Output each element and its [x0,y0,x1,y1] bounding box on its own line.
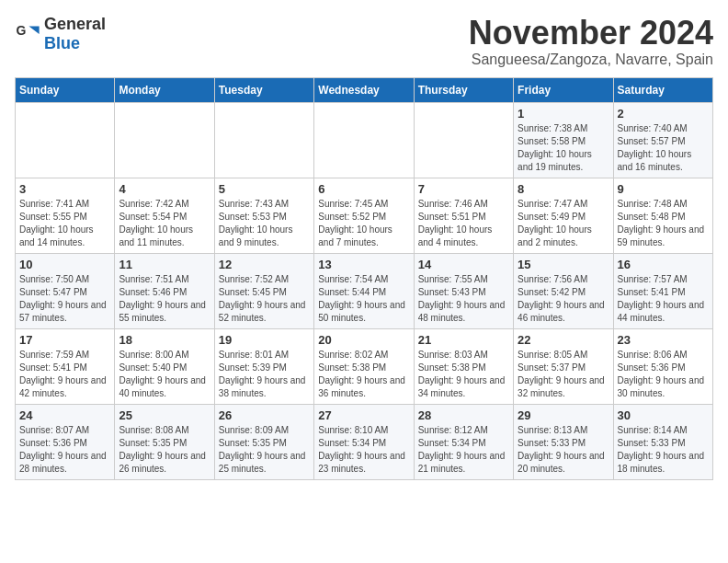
day-info: Sunrise: 7:43 AM Sunset: 5:53 PM Dayligh… [219,198,310,249]
week-row-4: 17Sunrise: 7:59 AM Sunset: 5:41 PM Dayli… [16,328,713,404]
day-number: 2 [618,107,709,121]
day-header-friday: Friday [514,77,613,102]
day-number: 22 [518,333,609,347]
day-number: 20 [318,333,409,347]
day-number: 14 [418,258,509,271]
calendar-cell: 2Sunrise: 7:40 AM Sunset: 5:57 PM Daylig… [613,102,712,178]
calendar-cell: 28Sunrise: 8:12 AM Sunset: 5:34 PM Dayli… [414,404,513,479]
day-info: Sunrise: 8:01 AM Sunset: 5:39 PM Dayligh… [219,349,310,400]
calendar-cell [115,102,214,178]
day-number: 26 [219,408,310,422]
day-number: 24 [19,408,110,422]
calendar-cell: 24Sunrise: 8:07 AM Sunset: 5:36 PM Dayli… [16,404,115,479]
day-info: Sunrise: 7:42 AM Sunset: 5:54 PM Dayligh… [119,198,210,249]
day-info: Sunrise: 7:40 AM Sunset: 5:57 PM Dayligh… [618,122,709,174]
day-info: Sunrise: 8:00 AM Sunset: 5:40 PM Dayligh… [119,349,210,400]
logo: G General Blue [15,15,106,53]
day-number: 11 [119,258,210,271]
calendar-cell: 25Sunrise: 8:08 AM Sunset: 5:35 PM Dayli… [115,404,214,479]
calendar-cell: 21Sunrise: 8:03 AM Sunset: 5:38 PM Dayli… [414,328,513,404]
day-number: 16 [618,258,709,271]
title-area: November 2024 Sangueesa/Zangoza, Navarre… [469,15,713,68]
day-number: 8 [518,182,609,196]
day-info: Sunrise: 7:52 AM Sunset: 5:45 PM Dayligh… [219,273,310,325]
calendar-cell: 14Sunrise: 7:55 AM Sunset: 5:43 PM Dayli… [414,253,513,328]
day-header-sunday: Sunday [16,77,115,102]
calendar-cell: 10Sunrise: 7:50 AM Sunset: 5:47 PM Dayli… [16,253,115,328]
day-number: 1 [518,107,609,121]
day-info: Sunrise: 7:55 AM Sunset: 5:43 PM Dayligh… [418,273,509,325]
day-number: 25 [119,408,210,422]
logo-icon: G [15,21,40,47]
calendar-cell: 20Sunrise: 8:02 AM Sunset: 5:38 PM Dayli… [314,328,414,404]
day-header-thursday: Thursday [414,77,513,102]
week-row-5: 24Sunrise: 8:07 AM Sunset: 5:36 PM Dayli… [16,404,713,479]
logo-general-text: General [44,15,106,33]
calendar-cell: 3Sunrise: 7:41 AM Sunset: 5:55 PM Daylig… [16,178,115,253]
week-row-3: 10Sunrise: 7:50 AM Sunset: 5:47 PM Dayli… [16,253,713,328]
day-header-monday: Monday [115,77,214,102]
calendar-cell: 11Sunrise: 7:51 AM Sunset: 5:46 PM Dayli… [115,253,214,328]
day-info: Sunrise: 7:50 AM Sunset: 5:47 PM Dayligh… [19,273,110,325]
calendar-cell: 23Sunrise: 8:06 AM Sunset: 5:36 PM Dayli… [613,328,712,404]
day-info: Sunrise: 7:54 AM Sunset: 5:44 PM Dayligh… [318,273,409,325]
calendar-cell: 27Sunrise: 8:10 AM Sunset: 5:34 PM Dayli… [314,404,414,479]
day-info: Sunrise: 8:03 AM Sunset: 5:38 PM Dayligh… [418,349,509,400]
calendar-table: SundayMondayTuesdayWednesdayThursdayFrid… [15,77,713,480]
day-number: 23 [618,333,709,347]
day-info: Sunrise: 7:48 AM Sunset: 5:48 PM Dayligh… [618,198,709,249]
svg-text:G: G [16,23,26,38]
day-info: Sunrise: 7:51 AM Sunset: 5:46 PM Dayligh… [119,273,210,325]
calendar-cell: 13Sunrise: 7:54 AM Sunset: 5:44 PM Dayli… [314,253,414,328]
day-info: Sunrise: 7:57 AM Sunset: 5:41 PM Dayligh… [618,273,709,325]
svg-marker-1 [28,27,39,34]
day-info: Sunrise: 7:38 AM Sunset: 5:58 PM Dayligh… [518,122,609,174]
day-number: 7 [418,182,509,196]
day-header-tuesday: Tuesday [214,77,313,102]
week-row-2: 3Sunrise: 7:41 AM Sunset: 5:55 PM Daylig… [16,178,713,253]
day-info: Sunrise: 7:59 AM Sunset: 5:41 PM Dayligh… [19,349,110,400]
calendar-cell: 12Sunrise: 7:52 AM Sunset: 5:45 PM Dayli… [214,253,313,328]
day-number: 12 [219,258,310,271]
day-info: Sunrise: 8:05 AM Sunset: 5:37 PM Dayligh… [518,349,609,400]
day-number: 21 [418,333,509,347]
day-info: Sunrise: 8:09 AM Sunset: 5:35 PM Dayligh… [219,424,310,476]
day-number: 13 [318,258,409,271]
calendar-cell: 17Sunrise: 7:59 AM Sunset: 5:41 PM Dayli… [16,328,115,404]
day-number: 27 [318,408,409,422]
calendar-cell [16,102,115,178]
day-info: Sunrise: 8:08 AM Sunset: 5:35 PM Dayligh… [119,424,210,476]
day-number: 17 [19,333,110,347]
day-info: Sunrise: 8:07 AM Sunset: 5:36 PM Dayligh… [19,424,110,476]
day-number: 15 [518,258,609,271]
day-number: 3 [19,182,110,196]
day-number: 18 [119,333,210,347]
day-info: Sunrise: 8:02 AM Sunset: 5:38 PM Dayligh… [318,349,409,400]
day-header-saturday: Saturday [613,77,712,102]
calendar-cell: 4Sunrise: 7:42 AM Sunset: 5:54 PM Daylig… [115,178,214,253]
day-number: 5 [219,182,310,196]
calendar-cell: 22Sunrise: 8:05 AM Sunset: 5:37 PM Dayli… [514,328,613,404]
day-number: 10 [19,258,110,271]
day-info: Sunrise: 8:12 AM Sunset: 5:34 PM Dayligh… [418,424,509,476]
calendar-cell: 5Sunrise: 7:43 AM Sunset: 5:53 PM Daylig… [214,178,313,253]
day-number: 6 [318,182,409,196]
month-title: November 2024 [469,15,713,52]
calendar-cell: 26Sunrise: 8:09 AM Sunset: 5:35 PM Dayli… [214,404,313,479]
day-number: 4 [119,182,210,196]
location-title: Sangueesa/Zangoza, Navarre, Spain [469,52,713,68]
calendar-cell: 7Sunrise: 7:46 AM Sunset: 5:51 PM Daylig… [414,178,513,253]
calendar-cell: 16Sunrise: 7:57 AM Sunset: 5:41 PM Dayli… [613,253,712,328]
calendar-cell: 30Sunrise: 8:14 AM Sunset: 5:33 PM Dayli… [613,404,712,479]
day-info: Sunrise: 7:46 AM Sunset: 5:51 PM Dayligh… [418,198,509,249]
calendar-cell: 19Sunrise: 8:01 AM Sunset: 5:39 PM Dayli… [214,328,313,404]
calendar-cell [414,102,513,178]
day-number: 29 [518,408,609,422]
day-info: Sunrise: 7:47 AM Sunset: 5:49 PM Dayligh… [518,198,609,249]
calendar-cell: 8Sunrise: 7:47 AM Sunset: 5:49 PM Daylig… [514,178,613,253]
day-info: Sunrise: 7:41 AM Sunset: 5:55 PM Dayligh… [19,198,110,249]
day-number: 28 [418,408,509,422]
day-info: Sunrise: 8:13 AM Sunset: 5:33 PM Dayligh… [518,424,609,476]
week-row-1: 1Sunrise: 7:38 AM Sunset: 5:58 PM Daylig… [16,102,713,178]
calendar-cell [314,102,414,178]
